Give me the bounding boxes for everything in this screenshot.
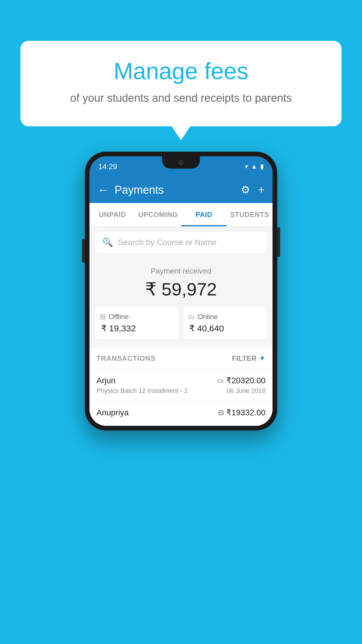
tab-unpaid[interactable]: UNPAID [89, 203, 135, 226]
transaction-top: Anupriya ⊟ ₹19332.00 [96, 408, 266, 417]
phone-inner: 14:29 ▾ ▲ ▮ ← Payments ⚙ + [89, 156, 273, 426]
filter-button[interactable]: FILTER ▼ [232, 354, 266, 363]
payment-amount: ₹ 59,972 [95, 279, 267, 300]
cash-payment-icon: ⊟ [218, 409, 224, 417]
transaction-amount: ₹20320.00 [226, 376, 266, 385]
transaction-bottom: Physics Batch 12 Installment - 2 06 June… [96, 387, 266, 395]
search-icon: 🔍 [102, 237, 113, 247]
offline-amount: ₹ 19,332 [100, 323, 136, 333]
app-header: ← Payments ⚙ + [89, 177, 273, 203]
bubble-subtitle: of your students and send receipts to pa… [44, 90, 318, 106]
transaction-row[interactable]: Arjun ▭ ₹20320.00 Physics Batch 12 Insta… [89, 369, 273, 401]
filter-label: FILTER [232, 354, 257, 363]
card-payment-icon: ▭ [217, 377, 224, 385]
signal-icon: ▲ [251, 163, 257, 170]
phone-wrapper: 14:29 ▾ ▲ ▮ ← Payments ⚙ + [85, 152, 277, 430]
search-placeholder: Search by Course or Name [118, 238, 217, 247]
header-title: Payments [115, 184, 164, 196]
battery-icon: ▮ [260, 163, 264, 170]
notch [162, 156, 200, 169]
transaction-row[interactable]: Anupriya ⊟ ₹19332.00 [89, 401, 273, 426]
online-icon: ▭ [188, 313, 195, 321]
filter-icon: ▼ [259, 355, 266, 362]
tabs-container: UNPAID UPCOMING PAID STUDENTS [89, 203, 273, 227]
transaction-amount: ₹19332.00 [226, 408, 266, 417]
search-container: 🔍 Search by Course or Name [89, 227, 273, 258]
status-bar: 14:29 ▾ ▲ ▮ [89, 156, 273, 177]
notch-camera [178, 160, 184, 165]
search-bar[interactable]: 🔍 Search by Course or Name [95, 232, 267, 253]
online-card-header: ▭ Online [188, 313, 218, 321]
background: Manage fees of your students and send re… [0, 0, 362, 644]
speech-bubble-container: Manage fees of your students and send re… [20, 41, 342, 126]
transaction-name: Arjun [96, 376, 115, 385]
back-button[interactable]: ← [98, 184, 109, 196]
offline-icon: ⊟ [100, 313, 106, 321]
transactions-label: TRANSACTIONS [96, 354, 156, 363]
bubble-title: Manage fees [44, 58, 318, 84]
header-left: ← Payments [98, 184, 164, 196]
status-time: 14:29 [98, 162, 117, 171]
offline-card-header: ⊟ Offline [100, 313, 129, 321]
phone-outer: 14:29 ▾ ▲ ▮ ← Payments ⚙ + [85, 152, 277, 430]
offline-card: ⊟ Offline ₹ 19,332 [95, 307, 179, 339]
payment-cards: ⊟ Offline ₹ 19,332 ▭ Online ₹ 40,640 [95, 307, 267, 339]
transaction-date: 06 June 2019 [227, 387, 266, 395]
payment-label: Payment received [95, 267, 267, 276]
settings-icon[interactable]: ⚙ [241, 184, 250, 196]
tab-upcoming[interactable]: UPCOMING [135, 203, 181, 226]
transaction-amount-row: ⊟ ₹19332.00 [218, 408, 266, 417]
header-right: ⚙ + [241, 184, 264, 196]
online-card: ▭ Online ₹ 40,640 [183, 307, 267, 339]
offline-label: Offline [109, 313, 129, 321]
transaction-name: Anupriya [96, 408, 129, 417]
wifi-icon: ▾ [245, 163, 248, 170]
tab-paid[interactable]: PAID [181, 203, 227, 226]
transactions-header: TRANSACTIONS FILTER ▼ [89, 348, 273, 369]
payment-summary: Payment received ₹ 59,972 ⊟ Offline ₹ 19… [89, 258, 273, 348]
status-icons: ▾ ▲ ▮ [245, 163, 264, 170]
online-label: Online [198, 313, 218, 321]
transaction-top: Arjun ▭ ₹20320.00 [96, 376, 266, 385]
tab-students[interactable]: STUDENTS [227, 203, 273, 226]
online-amount: ₹ 40,640 [188, 323, 224, 333]
speech-bubble: Manage fees of your students and send re… [20, 41, 342, 126]
transaction-amount-row: ▭ ₹20320.00 [217, 376, 266, 385]
transaction-desc: Physics Batch 12 Installment - 2 [96, 387, 188, 395]
add-icon[interactable]: + [258, 184, 264, 196]
